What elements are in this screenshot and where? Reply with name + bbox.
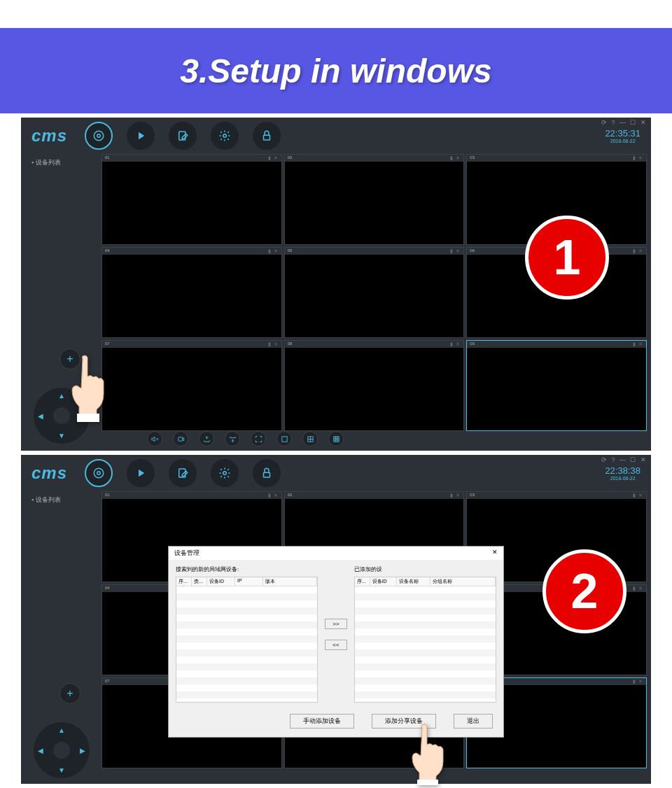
dialog-titlebar[interactable]: 设备管理 ✕ [169,547,503,560]
dpad-right-icon[interactable]: ▶ [80,747,85,754]
app-header: cms 22:35:31 2018-08-22 [21,118,651,154]
dpad-center[interactable] [53,742,70,759]
nav-edit-button[interactable] [169,122,197,150]
svg-rect-5 [178,437,182,441]
nav-lock-button[interactable] [253,122,281,150]
video-cell[interactable]: 07▮ ✕ [102,340,282,431]
clock-time: 22:35:31 [605,128,640,139]
nav-settings-button[interactable] [211,459,239,487]
dpad-up-icon[interactable]: ▲ [58,726,65,734]
video-cell[interactable]: 02▮ ✕ [284,154,465,245]
snapshot-button[interactable] [199,431,214,446]
fullscreen-button[interactable] [251,431,266,446]
hand-pointer-icon [62,352,125,425]
video-cell[interactable]: 05▮ ✕ [284,247,465,338]
app-logo: cms [31,126,67,146]
clock: 22:35:31 2018-08-22 [605,128,640,143]
svg-point-3 [223,134,227,138]
app-header: cms 22:38:38 2018-08-22 [21,455,651,491]
svg-rect-15 [77,414,99,422]
manual-add-button[interactable]: 手动添加设备 [290,714,354,729]
sidebar-label: 设备列表 [31,158,61,167]
dpad-left-icon[interactable]: ◀ [38,412,43,420]
found-devices-panel: 搜索到的新的局域网设备: 序... 类... 设备ID IP 版本 [176,565,318,703]
table-rows [355,586,496,702]
found-devices-label: 搜索到的新的局域网设备: [176,565,318,573]
layout-single-button[interactable] [276,431,292,446]
record-button[interactable] [173,431,188,446]
table-rows [176,586,317,702]
svg-rect-10 [333,436,338,441]
video-cell[interactable]: 09▮ ✕ [466,340,647,431]
add-device-button[interactable]: + [59,683,80,704]
cell-icons: ▮ ✕ [268,155,279,161]
clock-date: 2018-08-22 [605,476,640,481]
banner: 3.Setup in windows [0,28,672,113]
dpad-down-icon[interactable]: ▼ [58,766,65,774]
svg-point-19 [223,472,227,475]
window-controls[interactable]: ⟳ ? — ☐ ✕ [601,456,648,463]
bottom-toolbar [147,431,344,446]
step-badge-2: 2 [542,549,626,633]
move-right-button[interactable]: >> [325,619,346,629]
video-cell[interactable]: 04▮ ✕ [102,247,282,338]
dialog-transfer-buttons: >> << [325,565,346,703]
svg-point-16 [94,468,104,478]
banner-title: 3.Setup in windows [180,52,491,90]
svg-point-17 [97,472,101,475]
nav-video-button[interactable] [85,459,113,487]
hand-pointer-icon [402,722,458,788]
added-devices-panel: 已添加的设 序... 设备ID 设备名称 分组名称 [354,565,496,703]
added-devices-table[interactable]: 序... 设备ID 设备名称 分组名称 [354,577,496,703]
clock-date: 2018-08-22 [605,139,640,143]
found-devices-table[interactable]: 序... 类... 设备ID IP 版本 [176,577,318,703]
clock-time: 22:38:38 [605,465,640,476]
nav-video-button[interactable] [85,122,113,150]
nav-play-button[interactable] [127,459,155,487]
dpad-left-icon[interactable]: ◀ [38,747,43,754]
dialog-title-text: 设备管理 [174,549,200,558]
step-badge-1: 1 [525,216,609,300]
video-cell[interactable]: 01▮ ✕ [102,154,282,245]
svg-point-1 [97,134,101,138]
device-manager-dialog: 设备管理 ✕ 搜索到的新的局域网设备: 序... 类... 设备ID IP 版本 [168,546,504,738]
svg-rect-20 [264,472,270,477]
window-controls[interactable]: ⟳ ? — ☐ ✕ [601,119,648,126]
nav-lock-button[interactable] [253,459,281,487]
dialog-close-button[interactable]: ✕ [492,549,498,558]
svg-rect-6 [281,436,286,441]
svg-rect-4 [264,135,270,140]
added-devices-label: 已添加的设 [354,565,496,573]
nav-edit-button[interactable] [169,459,197,487]
dpad-down-icon[interactable]: ▼ [58,432,65,439]
nav-play-button[interactable] [127,122,155,150]
exit-button[interactable]: 退出 [454,714,493,729]
layout-4-button[interactable] [302,431,318,446]
nav-settings-button[interactable] [211,122,239,150]
export-button[interactable] [225,431,240,446]
sidebar-label: 设备列表 [31,495,61,505]
app-window-1: ⟳ ? — ☐ ✕ cms 22:35:31 2018-08-22 设备列表 0… [21,118,651,451]
layout-9-button[interactable] [328,431,344,446]
video-cell[interactable]: 08▮ ✕ [284,340,465,431]
move-left-button[interactable]: << [325,640,346,650]
mute-button[interactable] [147,431,162,446]
svg-rect-21 [417,780,438,785]
app-logo: cms [31,463,67,483]
svg-point-0 [94,131,104,141]
clock: 22:38:38 2018-08-22 [605,465,640,481]
app-window-2: ⟳ ? — ☐ ✕ cms 22:38:38 2018-08-22 设备列表 0… [21,455,651,784]
dpad-control[interactable]: ▲ ▼ ◀ ▶ [34,722,90,778]
